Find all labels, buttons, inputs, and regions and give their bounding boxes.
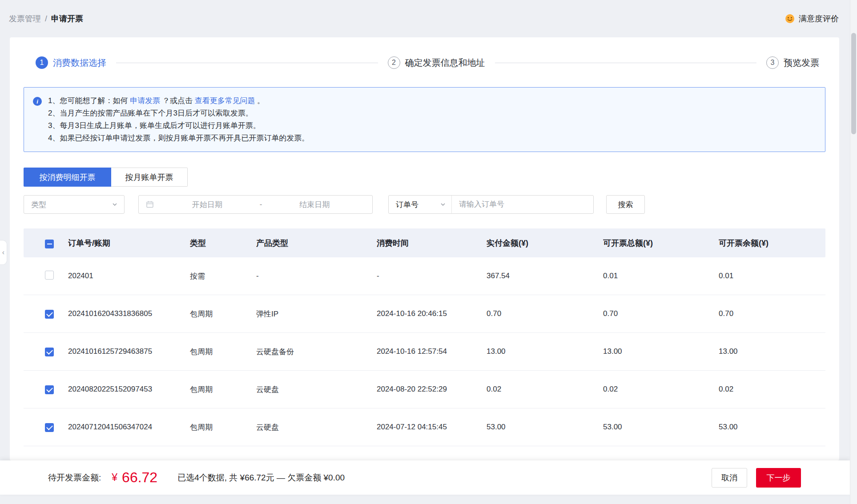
invoiceable-total-cell: 0.02 — [603, 385, 719, 394]
order-number-input[interactable] — [452, 196, 593, 213]
step-2-circle: 2 — [388, 56, 400, 69]
satisfaction-survey-link[interactable]: 满意度评价 — [785, 13, 839, 24]
step-3-label: 预览发票 — [784, 57, 819, 69]
order-field-select[interactable]: 订单号 — [389, 196, 452, 213]
table-row: 20240712041506347024包周期云硬盘2024-07-12 04:… — [24, 408, 825, 446]
search-button[interactable]: 搜索 — [606, 195, 645, 214]
order-cell: 20240712041506347024 — [68, 423, 190, 432]
consumption-table: 订单号/账期 类型 产品类型 消费时间 实付金额(¥) 可开票总额(¥) 可开票… — [24, 228, 825, 446]
time-cell: 2024-10-16 12:57:54 — [377, 347, 487, 356]
table-row: 202401按需--367.540.010.01 — [24, 257, 825, 295]
order-search-group: 订单号 — [388, 195, 594, 214]
cancel-button[interactable]: 取消 — [712, 468, 747, 488]
row-checkbox[interactable] — [45, 385, 54, 394]
footer-bar: 待开发票金额: ¥ 66.72 已选4个数据, 共 ¥66.72元 — 欠票金额… — [0, 460, 850, 495]
pending-amount-value: 66.72 — [122, 469, 157, 486]
product-cell: - — [256, 272, 377, 280]
table-body: 202401按需--367.540.010.012024101620433183… — [24, 257, 825, 446]
notice-text: 1、您可能想了解：如何 — [48, 96, 130, 105]
paid-amount-cell: 0.70 — [487, 309, 603, 318]
calendar-icon — [146, 200, 154, 208]
step-connector — [495, 63, 757, 63]
table-row: 20241016204331836805包周期弹性IP2024-10-16 20… — [24, 295, 825, 333]
start-date-input[interactable]: 开始日期 — [157, 200, 258, 210]
date-range-picker[interactable]: 开始日期 - 结束日期 — [138, 195, 373, 214]
product-cell: 云硬盘备份 — [256, 347, 377, 357]
table-header-row: 订单号/账期 类型 产品类型 消费时间 实付金额(¥) 可开票总额(¥) 可开票… — [24, 228, 825, 257]
select-all-cell — [24, 237, 68, 248]
next-step-button[interactable]: 下一步 — [756, 468, 801, 488]
end-date-input[interactable]: 结束日期 — [264, 200, 365, 210]
tab-by-consumption-detail[interactable]: 按消费明细开票 — [24, 168, 111, 187]
notice-lines: 1、您可能想了解：如何 申请发票 ？或点击 查看更多常见问题 。 2、当月产生的… — [48, 95, 309, 144]
paid-amount-cell: 13.00 — [487, 347, 603, 356]
type-cell: 包周期 — [190, 384, 256, 395]
satisfaction-label: 满意度评价 — [799, 13, 839, 24]
more-faq-link[interactable]: 查看更多常见问题 — [195, 96, 255, 105]
scrollbar[interactable] — [850, 0, 857, 504]
paid-amount-cell: 367.54 — [487, 272, 603, 280]
row-checkbox[interactable] — [45, 348, 54, 356]
footer-actions: 取消 下一步 — [712, 468, 801, 488]
filter-bar: 类型 开始日期 - 结束日期 — [24, 195, 825, 214]
invoice-apply-page: 发票管理 / 申请开票 满意度评价 1 消费数据选择 — [0, 0, 857, 504]
invoiceable-balance-cell: 0.02 — [719, 385, 825, 394]
stepper: 1 消费数据选择 2 确定发票信息和地址 3 预览发票 — [24, 56, 825, 69]
selection-summary: 已选4个数据, 共 ¥66.72元 — 欠票金额 ¥0.00 — [177, 472, 345, 484]
invoiceable-total-cell: 13.00 — [603, 347, 719, 356]
row-checkbox[interactable] — [45, 271, 54, 280]
paid-amount-cell: 53.00 — [487, 423, 603, 432]
step-2-invoice-info: 2 确定发票信息和地址 — [388, 56, 485, 69]
column-header-product: 产品类型 — [256, 238, 377, 248]
type-select[interactable]: 类型 — [24, 195, 125, 214]
time-cell: - — [377, 272, 487, 280]
top-bar: 发票管理 / 申请开票 满意度评价 — [0, 0, 850, 37]
notice-line: 1、您可能想了解：如何 申请发票 ？或点击 查看更多常见问题 。 — [48, 95, 309, 107]
order-field-value: 订单号 — [396, 200, 418, 210]
scrollbar-thumb[interactable] — [851, 33, 856, 134]
time-cell: 2024-08-20 22:52:29 — [377, 385, 487, 394]
main-card: 1 消费数据选择 2 确定发票信息和地址 3 预览发票 i 1、您可能想了解：如… — [10, 37, 839, 460]
info-icon: i — [33, 97, 42, 106]
row-checkbox-cell — [24, 423, 68, 432]
row-checkbox-cell — [24, 271, 68, 282]
invoiceable-balance-cell: 0.70 — [719, 309, 825, 318]
row-checkbox[interactable] — [45, 423, 54, 432]
smiley-icon — [785, 14, 795, 24]
chevron-down-icon — [440, 201, 446, 208]
invoiceable-balance-cell: 13.00 — [719, 347, 825, 356]
invoiceable-total-cell: 0.70 — [603, 309, 719, 318]
breadcrumb-invoice-management[interactable]: 发票管理 — [9, 13, 41, 24]
notice-text: ？或点击 — [160, 96, 194, 105]
pending-amount-label: 待开发票金额: — [48, 472, 101, 484]
product-cell: 弹性IP — [256, 309, 377, 319]
row-checkbox-cell — [24, 309, 68, 319]
order-cell: 202401 — [68, 272, 190, 280]
breadcrumb: 发票管理 / 申请开票 — [9, 13, 83, 24]
column-header-time: 消费时间 — [377, 238, 487, 248]
notice-line: 4、如果已经按订单申请过发票，则按月账单开票不再开具已开票订单的发票。 — [48, 132, 309, 144]
tab-by-monthly-bill[interactable]: 按月账单开票 — [111, 168, 188, 187]
type-cell: 包周期 — [190, 309, 256, 319]
step-1-circle: 1 — [36, 56, 48, 69]
column-header-order: 订单号/账期 — [68, 238, 190, 248]
step-1-label: 消费数据选择 — [53, 57, 106, 69]
row-checkbox[interactable] — [45, 310, 54, 319]
column-header-invoiceable-total: 可开票总额(¥) — [603, 238, 719, 248]
time-cell: 2024-07-12 04:15:45 — [377, 423, 487, 432]
apply-invoice-link[interactable]: 申请发票 — [130, 96, 160, 105]
date-range-separator: - — [258, 200, 264, 209]
paid-amount-cell: 0.02 — [487, 385, 603, 394]
invoiceable-total-cell: 0.01 — [603, 272, 719, 280]
invoiceable-balance-cell: 0.01 — [719, 272, 825, 280]
step-3-circle: 3 — [766, 56, 779, 69]
step-1-consumption-data: 1 消费数据选择 — [36, 56, 106, 69]
chevron-down-icon — [112, 201, 118, 208]
step-2-label: 确定发票信息和地址 — [405, 57, 485, 69]
page-title: 申请开票 — [51, 13, 83, 24]
time-cell: 2024-10-16 20:46:15 — [377, 309, 487, 318]
sidebar-collapse-handle[interactable]: ‹ — [0, 240, 7, 265]
type-select-value: 类型 — [31, 200, 46, 210]
type-cell: 按需 — [190, 271, 256, 281]
select-all-checkbox[interactable] — [45, 240, 54, 248]
